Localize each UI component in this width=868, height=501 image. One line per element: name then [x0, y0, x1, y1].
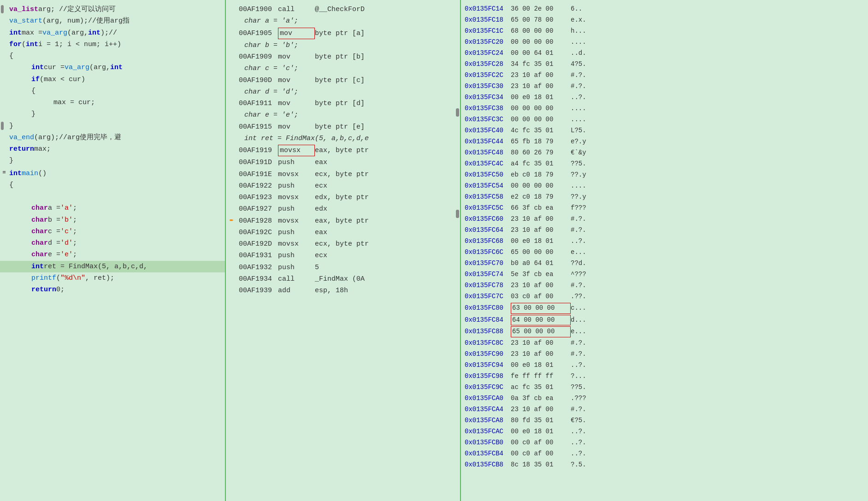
code-token: (arg, [89, 62, 110, 73]
source-line: char b = 'b'; [0, 214, 225, 226]
scrollbar-thumb[interactable] [456, 108, 459, 117]
code-token: max = [22, 28, 42, 38]
hex-bytes: b0 a0 64 01 [511, 259, 571, 269]
code-token: ; [73, 203, 77, 213]
hex-bytes: 00 00 00 00 [511, 181, 571, 191]
hex-dump-line: 0x0135FC8C23 10 af 00#.?. [461, 338, 868, 349]
hex-bytes: 66 3f cb ea [511, 203, 571, 213]
hex-bytes: 23 10 af 00 [511, 349, 571, 360]
asm-mnemonic: add [278, 285, 315, 296]
hex-address: 0x0135FC98 [465, 371, 511, 382]
code-token: cur = [44, 62, 65, 73]
hex-ascii: h... [571, 26, 586, 36]
code-token: va_start [9, 16, 42, 26]
hex-dump-line: 0x0135FC2400 00 64 01..d. [461, 48, 868, 59]
asm-address: 00AF1927 [239, 204, 278, 214]
asm-instruction-line: 00AF192Cpusheax [226, 227, 460, 238]
asm-instruction-line: 00AF1931pushecx [226, 250, 460, 261]
code-token: (max < cur) [40, 74, 85, 85]
source-line: { [0, 179, 225, 191]
hex-ascii: #.?. [571, 405, 586, 415]
code-token: va_list [9, 4, 38, 15]
asm-operands: 5 [315, 262, 456, 273]
current-arrow-icon: ➨ [230, 216, 239, 226]
hex-ascii: €`&y [571, 148, 586, 158]
hex-address: 0x0135FCB8 [465, 460, 511, 470]
hex-dump-line: 0x0135FC3C00 00 00 00.... [461, 114, 868, 125]
hex-ascii: #.?. [571, 281, 586, 291]
hex-ascii: ??d. [571, 259, 586, 269]
hex-bytes: ac fc 35 01 [511, 383, 571, 393]
source-line: int max = va_arg(arg, int);// [0, 27, 225, 39]
hex-bytes: 68 00 00 00 [511, 26, 571, 36]
hex-ascii: 6.. [571, 4, 582, 14]
asm-mnemonic: push [278, 250, 315, 261]
hex-dump-line: 0x0135FC2834 fc 35 014?5. [461, 59, 868, 70]
code-token: "%d\n" [60, 273, 85, 283]
code-token: int [31, 261, 44, 272]
hex-address: 0x0135FC18 [465, 15, 511, 25]
hex-ascii: #.?. [571, 338, 586, 348]
hex-bytes: 00 00 00 00 [511, 37, 571, 47]
hex-ascii: ..?. [571, 93, 586, 103]
hex-bytes: 23 10 af 00 [511, 71, 571, 81]
hex-bytes: e2 c0 18 79 [511, 192, 571, 202]
hex-dump-line: 0x0135FC98fe ff ff ff?... [461, 371, 868, 382]
asm-address: 00AF191E [239, 169, 278, 180]
code-token: char [31, 249, 48, 260]
hex-ascii: ?... [571, 371, 586, 382]
hex-bytes: 23 10 af 00 [511, 405, 571, 415]
source-line: return 0; [0, 284, 225, 295]
hex-dump-line: 0x0135FC50eb c0 18 79??.y [461, 170, 868, 181]
hex-bytes: 00 e0 18 01 [511, 427, 571, 437]
asm-instruction-line: 00AF1922pushecx [226, 180, 460, 192]
asm-source-text: char d = 'd'; [244, 87, 298, 97]
hex-bytes: 03 c0 af 00 [511, 292, 571, 302]
asm-source-text: char e = 'e'; [244, 110, 298, 120]
hex-ascii: 4?5. [571, 59, 586, 70]
code-token: int [9, 28, 22, 38]
scroll-marker [1, 5, 4, 13]
asm-operands: ecx [315, 181, 456, 191]
asm-address: 00AF192C [239, 227, 278, 238]
code-token: char [31, 226, 48, 237]
hex-address: 0x0135FC64 [465, 225, 511, 236]
asm-mnemonic: push [278, 227, 315, 238]
code-token: ( [56, 273, 60, 283]
asm-operands: @__CheckForD [315, 4, 456, 15]
asm-operands: ecx, byte ptr [315, 239, 456, 249]
disassembly-panel: 00AF1900call @__CheckForDchar a = 'a';00… [226, 0, 461, 501]
asm-operands: edx, byte ptr [315, 192, 456, 203]
hex-ascii: ?.5. [571, 460, 586, 470]
hex-bytes: 23 10 af 00 [511, 338, 571, 348]
indent [9, 97, 53, 108]
asm-address: 00AF1932 [239, 262, 278, 273]
code-token: printf [31, 273, 56, 283]
code-token: 'c' [60, 226, 73, 237]
asm-operands: byte ptr [a] [315, 28, 456, 39]
hex-address: 0x0135FC7C [465, 292, 511, 302]
code-token: char [31, 215, 48, 225]
hex-dump-line: 0x0135FCA423 10 af 00#.?. [461, 404, 868, 415]
hex-dump-line: 0x0135FC4Ca4 fc 35 01??5. [461, 159, 868, 170]
source-line: va_end(arg);//arg使用完毕，避 [0, 132, 225, 143]
code-token: (arg);//arg使用完毕，避 [34, 132, 121, 143]
hex-bytes: eb c0 18 79 [511, 170, 571, 180]
indent [9, 86, 31, 96]
asm-source-line: char a = 'a'; [226, 15, 460, 27]
asm-mnemonic: movsx [278, 216, 315, 226]
source-line: } [0, 108, 225, 120]
hex-address: 0x0135FC20 [465, 37, 511, 47]
hex-dump-line: 0x0135FC1436 00 2e 006.. [461, 4, 868, 15]
hex-ascii: #.?. [571, 82, 586, 92]
hex-dump-line: 0x0135FC4880 60 26 79€`&y [461, 147, 868, 159]
asm-operands: byte ptr [c] [315, 75, 456, 86]
hex-address: 0x0135FC94 [465, 360, 511, 371]
hex-bytes: 63 00 00 00 [511, 303, 571, 314]
asm-source-line: char c = 'c'; [226, 63, 460, 74]
indent [9, 215, 31, 225]
code-token: char [31, 238, 48, 248]
hex-ascii: L?5. [571, 126, 586, 136]
hex-bytes: 0a 3f cb ea [511, 394, 571, 404]
scrollbar-thumb[interactable] [456, 210, 459, 218]
